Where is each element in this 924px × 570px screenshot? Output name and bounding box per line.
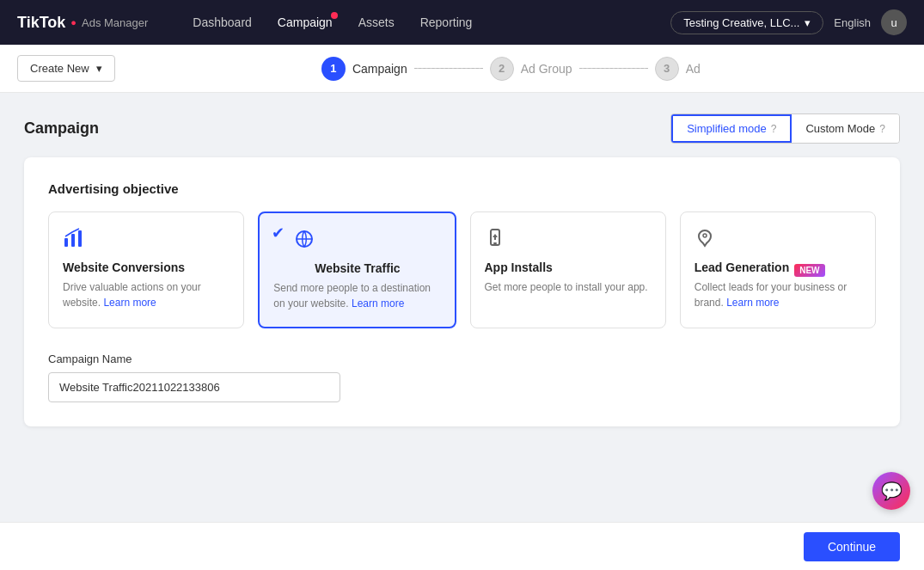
account-selector[interactable]: Testing Creative, LLC... ▾ bbox=[670, 11, 823, 34]
language-selector[interactable]: English bbox=[834, 16, 871, 29]
mode-toggle: Simplified mode ? Custom Mode ? bbox=[670, 113, 900, 144]
chevron-down-icon: ▾ bbox=[96, 62, 102, 75]
page-title-row: Campaign Simplified mode ? Custom Mode ? bbox=[24, 113, 900, 144]
svg-marker-7 bbox=[493, 234, 498, 240]
simplified-help-icon[interactable]: ? bbox=[771, 123, 777, 135]
step-campaign: 1 Campaign bbox=[321, 57, 407, 81]
app-installs-icon bbox=[485, 228, 652, 254]
chevron-down-icon: ▾ bbox=[805, 16, 811, 29]
steps: 1 Campaign 2 Ad Group 3 Ad bbox=[115, 57, 907, 81]
website-traffic-icon bbox=[273, 229, 440, 254]
step-circle-1: 1 bbox=[321, 57, 346, 81]
breadcrumb-bar: Create New ▾ 1 Campaign 2 Ad Group 3 Ad bbox=[0, 45, 924, 93]
step-divider-1 bbox=[414, 68, 483, 69]
app-installs-desc: Get more people to install your app. bbox=[485, 279, 652, 295]
avatar[interactable]: u bbox=[881, 9, 907, 35]
nav-reporting[interactable]: Reporting bbox=[410, 10, 483, 34]
objective-website-traffic[interactable]: ✔ Website Traffic Send more people to a … bbox=[258, 211, 456, 328]
continue-button[interactable]: Continue bbox=[804, 532, 900, 561]
step-label-ad-group: Ad Group bbox=[521, 62, 572, 76]
website-conversions-learn-more[interactable]: Learn more bbox=[103, 297, 156, 309]
footer: Continue bbox=[0, 522, 924, 570]
nav-items: Dashboard Campaign Assets Reporting bbox=[182, 10, 645, 34]
svg-rect-1 bbox=[71, 234, 75, 247]
website-traffic-name: Website Traffic bbox=[294, 261, 400, 275]
nav-assets[interactable]: Assets bbox=[348, 10, 405, 34]
website-traffic-learn-more[interactable]: Learn more bbox=[352, 297, 404, 310]
website-conversions-icon bbox=[63, 228, 229, 254]
custom-mode-button[interactable]: Custom Mode ? bbox=[792, 114, 899, 143]
selected-check-icon: ✔ bbox=[272, 224, 285, 242]
campaign-name-input[interactable] bbox=[48, 372, 340, 402]
step-ad-group: 2 Ad Group bbox=[490, 57, 572, 81]
campaign-name-field: Campaign Name bbox=[48, 352, 876, 402]
campaign-name-label: Campaign Name bbox=[48, 352, 876, 365]
advertising-objective-title: Advertising objective bbox=[48, 181, 876, 196]
page-content: Campaign Simplified mode ? Custom Mode ?… bbox=[0, 93, 924, 447]
lead-generation-name: Lead Generation bbox=[695, 260, 789, 274]
step-label-ad: Ad bbox=[686, 62, 701, 76]
step-circle-3: 3 bbox=[655, 57, 679, 81]
step-ad: 3 Ad bbox=[655, 57, 701, 81]
logo-tiktok: TikTok bbox=[17, 14, 65, 32]
step-divider-2 bbox=[579, 68, 648, 69]
lead-generation-icon bbox=[695, 228, 861, 254]
website-traffic-desc: Send more people to a destination on you… bbox=[273, 280, 440, 311]
objective-lead-generation[interactable]: Lead Generation NEW Collect leads for yo… bbox=[680, 211, 876, 328]
logo: TikTok ● Ads Manager bbox=[17, 14, 148, 32]
website-conversions-name-row: Website Conversions bbox=[63, 260, 229, 279]
new-badge: NEW bbox=[794, 264, 824, 277]
chat-bubble[interactable]: 💬 bbox=[872, 472, 910, 510]
top-navigation: TikTok ● Ads Manager Dashboard Campaign … bbox=[0, 0, 924, 45]
website-conversions-name: Website Conversions bbox=[63, 260, 185, 274]
lead-generation-desc: Collect leads for your business or brand… bbox=[695, 279, 861, 310]
website-traffic-name-row: Website Traffic bbox=[273, 261, 440, 280]
nav-right: Testing Creative, LLC... ▾ English u bbox=[670, 9, 907, 35]
nav-dashboard[interactable]: Dashboard bbox=[182, 10, 262, 34]
objective-app-installs[interactable]: App Installs Get more people to install … bbox=[470, 211, 666, 328]
campaign-card: Advertising objective Website Conversion… bbox=[24, 157, 900, 426]
custom-help-icon[interactable]: ? bbox=[879, 123, 885, 135]
objective-website-conversions[interactable]: Website Conversions Drive valuable actio… bbox=[48, 211, 244, 328]
create-new-button[interactable]: Create New ▾ bbox=[17, 55, 115, 82]
app-installs-name-row: App Installs bbox=[485, 260, 652, 279]
simplified-mode-button[interactable]: Simplified mode ? bbox=[671, 114, 792, 143]
objectives-row: Website Conversions Drive valuable actio… bbox=[48, 211, 876, 328]
app-installs-name: App Installs bbox=[485, 260, 553, 274]
step-circle-2: 2 bbox=[490, 57, 514, 81]
svg-point-8 bbox=[703, 234, 707, 237]
website-conversions-desc: Drive valuable actions on your website. … bbox=[63, 279, 229, 310]
campaign-badge bbox=[331, 12, 338, 19]
svg-rect-0 bbox=[64, 238, 68, 247]
chat-icon: 💬 bbox=[881, 481, 903, 501]
nav-campaign[interactable]: Campaign bbox=[267, 10, 343, 34]
lead-generation-learn-more[interactable]: Learn more bbox=[726, 297, 779, 309]
logo-ads-manager: Ads Manager bbox=[82, 16, 148, 29]
step-label-campaign: Campaign bbox=[352, 62, 407, 76]
page-title: Campaign bbox=[24, 120, 99, 138]
lead-generation-name-row: Lead Generation NEW bbox=[695, 260, 861, 279]
svg-rect-2 bbox=[78, 230, 82, 247]
